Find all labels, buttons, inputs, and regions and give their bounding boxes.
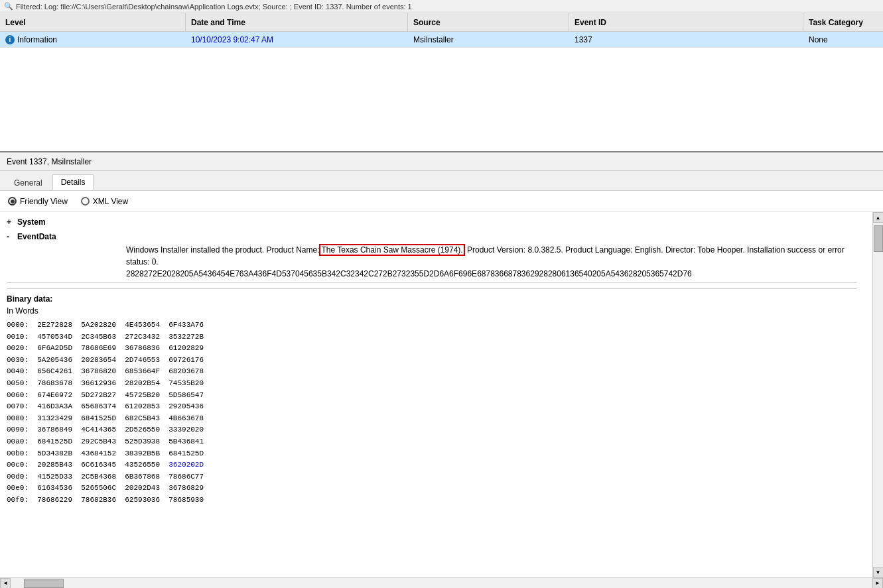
binary-row-0080: 0080: 31323429 6841525D 682C5B43 4B66367… <box>7 413 856 425</box>
scroll-track[interactable] <box>873 223 883 567</box>
scroll-right-arrow[interactable]: ► <box>872 578 883 589</box>
filter-icon: 🔍 <box>4 2 13 11</box>
bin-3-1: 5A205436 <box>37 356 72 364</box>
scroll-h-thumb[interactable] <box>24 579 64 588</box>
scroll-down-arrow[interactable]: ▼ <box>873 567 884 577</box>
offset-10: 00a0: <box>7 438 29 445</box>
bin-13-3: 6B367868 <box>125 473 160 481</box>
event-text-block: Windows Installer installed the product.… <box>126 244 856 280</box>
bin-2-1: 6F6A2D5D <box>37 344 72 352</box>
scroll-h-track[interactable] <box>11 578 872 588</box>
bin-3-4: 69726176 <box>169 356 204 364</box>
vertical-scrollbar[interactable]: ▲ ▼ <box>872 212 883 577</box>
binary-row-0040: 0040: 656C4261 36786820 6853664F 6820367… <box>7 366 856 378</box>
binary-section: Binary data: In Words 0000: 2E272828 5A2… <box>7 288 856 506</box>
tree-eventdata-expand[interactable]: - <box>7 232 15 241</box>
offset-11: 00b0: <box>7 449 29 457</box>
bin-11-2: 43684152 <box>81 449 116 457</box>
cell-source: MsiInstaller <box>408 34 569 46</box>
cell-datetime: 10/10/2023 9:02:47 AM <box>186 34 408 46</box>
scroll-left-arrow[interactable]: ◄ <box>0 578 11 589</box>
offset-13: 00d0: <box>7 473 29 481</box>
scroll-thumb[interactable] <box>874 225 883 252</box>
bin-4-1: 656C4261 <box>37 367 72 375</box>
bin-10-1: 6841525D <box>37 438 72 445</box>
event-text-before: Windows Installer installed the product.… <box>126 245 319 255</box>
bin-12-4: 3620202D <box>169 461 204 469</box>
radio-xml-icon <box>81 197 90 206</box>
bin-2-4: 61202829 <box>169 344 204 352</box>
binary-row-0090: 0090: 36786849 4C414365 2D526550 3339202… <box>7 424 856 436</box>
bin-8-4: 4B663678 <box>169 414 204 422</box>
binary-row-00c0: 00c0: 20285B43 6C616345 43526550 3620202… <box>7 459 856 471</box>
bin-6-2: 5D272B27 <box>81 391 116 399</box>
tree-system-expand[interactable]: + <box>7 217 15 227</box>
binary-row-00d0: 00d0: 41525D33 2C5B4368 6B367868 78686C7… <box>7 471 856 483</box>
col-taskcategory: Task Category <box>803 13 883 31</box>
table-header: Level Date and Time Source Event ID Task… <box>0 13 883 32</box>
binary-row-00b0: 00b0: 5D34382B 43684152 38392B5B 6841525… <box>7 448 856 460</box>
bin-7-4: 29205436 <box>169 402 204 410</box>
binary-row-00f0: 00f0: 78686229 78682B36 62593036 7868593… <box>7 495 856 506</box>
bin-12-1: 20285B43 <box>37 461 72 469</box>
bin-4-4: 68203678 <box>169 367 204 375</box>
col-level: Level <box>0 13 186 31</box>
main-container: 🔍 Filtered: Log: file://C:\Users\Geralt\… <box>0 0 883 588</box>
filter-bar: 🔍 Filtered: Log: file://C:\Users\Geralt\… <box>0 0 883 13</box>
bin-3-2: 20283654 <box>81 356 116 364</box>
bin-9-4: 33392020 <box>169 426 204 434</box>
table-body[interactable]: i Information 10/10/2023 9:02:47 AM MsiI… <box>0 32 883 151</box>
bin-13-4: 78686C77 <box>169 473 204 481</box>
bin-1-1: 4570534D <box>37 333 72 341</box>
binary-row-0060: 0060: 674E6972 5D272B27 45725B20 5D58654… <box>7 390 856 402</box>
bin-7-3: 61202853 <box>125 402 160 410</box>
offset-2: 0020: <box>7 344 29 352</box>
tree-eventdata-node[interactable]: - EventData <box>7 231 856 243</box>
cell-level: i Information <box>0 34 186 46</box>
cell-eventid: 1337 <box>569 34 803 46</box>
bin-14-1: 61634536 <box>37 484 72 492</box>
detail-scroll-container: + System - EventData Windows Installer i… <box>0 212 872 510</box>
radio-friendly-view[interactable]: Friendly View <box>8 197 68 206</box>
tree-eventdata: - EventData Windows Installer installed … <box>7 231 856 280</box>
event-title-bar: Event 1337, MsiInstaller <box>0 152 883 171</box>
tab-general[interactable]: General <box>5 175 51 190</box>
radio-friendly-label: Friendly View <box>20 197 68 206</box>
radio-xml-view[interactable]: XML View <box>81 197 128 206</box>
binary-row-00a0: 00a0: 6841525D 292C5B43 525D3938 5B43684… <box>7 436 856 448</box>
offset-6: 0060: <box>7 391 29 399</box>
tab-details[interactable]: Details <box>52 174 94 190</box>
detail-content[interactable]: + System - EventData Windows Installer i… <box>0 212 872 577</box>
bin-0-4: 6F433A76 <box>169 321 204 329</box>
table-row[interactable]: i Information 10/10/2023 9:02:47 AM MsiI… <box>0 32 883 48</box>
bin-7-1: 416D3A3A <box>37 402 72 410</box>
bin-2-3: 36786836 <box>125 344 160 352</box>
bin-13-1: 41525D33 <box>37 473 72 481</box>
binary-title: Binary data: <box>7 294 856 304</box>
tree-system-node[interactable]: + System <box>7 216 856 228</box>
bin-6-3: 45725B20 <box>125 391 160 399</box>
bin-5-2: 36612936 <box>81 379 116 387</box>
offset-0: 0000: <box>7 321 29 329</box>
tree-system-label: System <box>17 217 46 227</box>
bin-0-3: 4E453654 <box>125 321 160 329</box>
bin-15-2: 78682B36 <box>81 496 116 504</box>
binary-row-0020: 0020: 6F6A2D5D 78686E69 36786836 6120282… <box>7 343 856 355</box>
filter-text: Filtered: Log: file://C:\Users\Geralt\De… <box>16 3 412 11</box>
offset-8: 0080: <box>7 414 29 422</box>
horizontal-scrollbar[interactable]: ◄ ► <box>0 577 883 588</box>
bin-5-1: 78683678 <box>37 379 72 387</box>
bin-14-3: 20202D43 <box>125 484 160 492</box>
event-text-highlight: The Texas Chain Saw Massacre (1974). <box>319 244 464 256</box>
offset-9: 0090: <box>7 426 29 434</box>
info-icon: i <box>5 35 15 44</box>
scroll-up-arrow[interactable]: ▲ <box>873 212 884 223</box>
bin-11-1: 5D34382B <box>37 449 72 457</box>
event-title: Event 1337, MsiInstaller <box>7 157 92 166</box>
offset-5: 0050: <box>7 379 29 387</box>
bin-4-2: 36786820 <box>81 367 116 375</box>
bin-1-2: 2C345B63 <box>81 333 116 341</box>
offset-1: 0010: <box>7 333 29 341</box>
col-eventid: Event ID <box>569 13 803 31</box>
binary-row-00e0: 00e0: 61634536 5265506C 20202D43 3678682… <box>7 483 856 495</box>
